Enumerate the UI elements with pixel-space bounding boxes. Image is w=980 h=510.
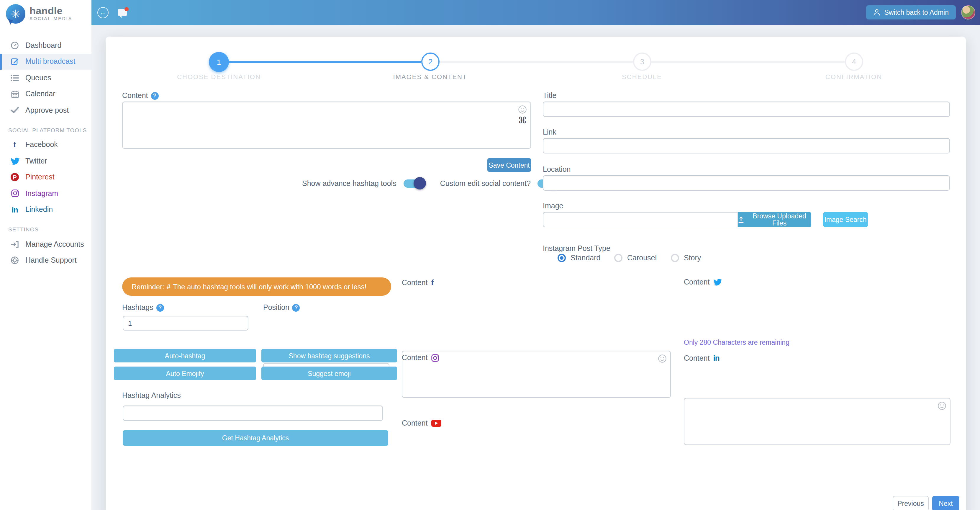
- link-label: Link: [543, 128, 556, 136]
- content-twitter-label: Content: [684, 278, 722, 286]
- check-icon: [10, 107, 19, 114]
- custom-edit-social-label: Custom edit social content?: [440, 179, 531, 188]
- multi-broadcast-card: 1 2 3 4 CHOOSE DESTINATION IMAGES & CONT…: [106, 37, 966, 510]
- sidebar-item-pinterest[interactable]: P Pinterest: [0, 169, 91, 185]
- hashtag-analytics-label: Hashtag Analytics: [122, 391, 181, 400]
- twitter-characters-note: Only 280 Characters are remaining: [684, 339, 789, 346]
- post-type-carousel[interactable]: Carousel: [614, 254, 657, 262]
- content-linkedin-label: Content in: [684, 354, 719, 362]
- sidebar-item-label: Linkedin: [25, 206, 53, 214]
- save-content-button[interactable]: Save Content: [487, 158, 531, 172]
- sidebar-nav: Dashboard Multi broadcast Queues Calenda…: [0, 37, 91, 269]
- hashtags-label: Hashtags ?: [122, 303, 164, 312]
- sidebar-item-label: Manage Accounts: [25, 240, 84, 249]
- switch-back-to-admin-button[interactable]: Switch back to Admin: [866, 5, 956, 19]
- sidebar-item-label: Approve post: [25, 106, 69, 115]
- edit-icon: [10, 57, 19, 66]
- suggest-emoji-button[interactable]: Suggest emoji: [261, 367, 397, 380]
- image-search-button[interactable]: Image Search: [823, 212, 868, 227]
- content-textarea-wrap: ⌘: [122, 102, 531, 149]
- emoji-picker-icon[interactable]: [937, 402, 947, 410]
- radio-story[interactable]: [671, 254, 679, 262]
- sidebar-item-multi-broadcast[interactable]: Multi broadcast: [0, 53, 91, 70]
- post-type-story[interactable]: Story: [671, 254, 701, 262]
- sidebar-item-twitter[interactable]: Twitter: [0, 153, 91, 169]
- content-facebook-textarea[interactable]: [402, 351, 671, 398]
- hashtags-input[interactable]: [123, 316, 248, 331]
- chat-icon[interactable]: [118, 9, 127, 16]
- instagram-post-type-label: Instagram Post Type: [543, 244, 610, 253]
- previous-button[interactable]: Previous: [892, 496, 929, 510]
- step-4-label: CONFIRMATION: [789, 73, 919, 80]
- location-label: Location: [543, 165, 571, 174]
- brand-logo[interactable]: ✳ handle SOCIAL.MEDIA: [0, 0, 91, 25]
- upload-icon: [738, 216, 744, 223]
- radio-carousel[interactable]: [614, 254, 622, 262]
- sidebar-item-dashboard[interactable]: Dashboard: [0, 37, 91, 53]
- title-label: Title: [543, 91, 556, 100]
- step-4-circle[interactable]: 4: [845, 53, 863, 71]
- content-facebook-wrap: [402, 351, 671, 398]
- sidebar-item-label: Queues: [25, 74, 51, 82]
- command-icon[interactable]: ⌘: [518, 116, 527, 124]
- brand-tagline: SOCIAL.MEDIA: [30, 16, 72, 21]
- sidebar-item-instagram[interactable]: Instagram: [0, 185, 91, 202]
- next-button[interactable]: Next: [932, 496, 959, 510]
- sidebar-item-calendar[interactable]: Calendar: [0, 86, 91, 102]
- auto-hashtag-button[interactable]: Auto-hashtag: [114, 349, 256, 362]
- get-hashtag-analytics-button[interactable]: Get Hashtag Analytics: [123, 430, 388, 446]
- sidebar-section-settings: SETTINGS: [0, 218, 91, 236]
- sidebar-item-label: Calendar: [25, 90, 55, 98]
- person-icon: [873, 9, 880, 16]
- sidebar-item-label: Twitter: [25, 157, 47, 165]
- stepper-connector: [651, 61, 845, 63]
- title-input[interactable]: [543, 102, 950, 117]
- sidebar-item-handle-support[interactable]: Handle Support: [0, 252, 91, 269]
- radio-standard[interactable]: [558, 254, 566, 262]
- back-icon[interactable]: ←: [97, 7, 108, 18]
- emoji-picker-icon[interactable]: [658, 354, 667, 363]
- step-1-circle[interactable]: 1: [209, 52, 229, 72]
- dashboard-icon: [10, 41, 19, 49]
- content-textarea[interactable]: [122, 102, 531, 149]
- sidebar-item-facebook[interactable]: f Facebook: [0, 137, 91, 153]
- step-3-circle[interactable]: 3: [633, 53, 651, 71]
- step-2-circle[interactable]: 2: [421, 53, 439, 71]
- brand-logo-icon: ✳: [6, 4, 25, 24]
- post-type-standard[interactable]: Standard: [558, 254, 600, 262]
- image-input[interactable]: [543, 212, 738, 227]
- sidebar-item-label: Dashboard: [25, 41, 61, 49]
- sidebar: ✳ handle SOCIAL.MEDIA Dashboard Multi br…: [0, 0, 91, 510]
- instagram-icon: [10, 190, 19, 198]
- switch-admin-label: Switch back to Admin: [884, 9, 949, 16]
- linkedin-icon: in: [713, 354, 719, 362]
- location-input[interactable]: [543, 175, 950, 191]
- twitter-icon: [10, 158, 19, 165]
- app-root: ✳ handle SOCIAL.MEDIA Dashboard Multi br…: [0, 0, 980, 510]
- sidebar-item-label: Facebook: [25, 141, 58, 149]
- help-icon[interactable]: ?: [292, 304, 300, 311]
- auto-emojify-button[interactable]: Auto Emojify: [114, 367, 256, 380]
- emoji-picker-icon[interactable]: [518, 105, 527, 114]
- show-advance-hashtag-toggle[interactable]: [404, 179, 425, 188]
- browse-uploaded-files-button[interactable]: Browse Uploaded Files: [738, 212, 811, 227]
- sidebar-item-approve-post[interactable]: Approve post: [0, 102, 91, 118]
- content-facebook-label: Content f: [402, 278, 434, 287]
- stepper-connector: [439, 61, 633, 63]
- step-2-label: IMAGES & CONTENT: [365, 73, 495, 80]
- help-icon[interactable]: ?: [156, 304, 164, 311]
- show-hashtag-suggestions-button[interactable]: Show hashtag suggestions: [261, 349, 397, 362]
- link-input[interactable]: [543, 138, 950, 153]
- twitter-icon: [713, 279, 722, 286]
- linkedin-icon: in: [10, 206, 19, 214]
- facebook-icon: f: [431, 278, 434, 287]
- sidebar-item-manage-accounts[interactable]: Manage Accounts: [0, 236, 91, 252]
- sidebar-item-linkedin[interactable]: in Linkedin: [0, 202, 91, 218]
- hashtag-analytics-input[interactable]: [123, 405, 383, 421]
- help-icon[interactable]: ?: [151, 92, 159, 99]
- content-twitter-textarea[interactable]: [684, 398, 950, 445]
- pinterest-icon: P: [10, 173, 19, 182]
- youtube-icon: [431, 420, 441, 427]
- user-avatar[interactable]: [961, 5, 975, 19]
- sidebar-item-queues[interactable]: Queues: [0, 70, 91, 86]
